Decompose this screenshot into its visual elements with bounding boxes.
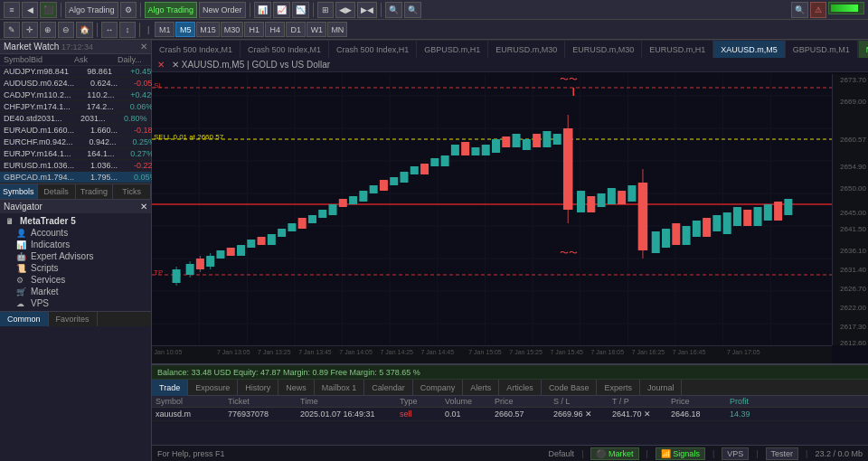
chart-close-btn[interactable]: ✕	[157, 60, 165, 70]
svg-rect-87	[672, 223, 680, 245]
navigator-close-icon[interactable]: ✕	[140, 202, 147, 212]
bottom-tab-news[interactable]: News	[278, 380, 315, 396]
draw-button[interactable]: ✎	[4, 22, 20, 38]
tf-h4[interactable]: H4	[265, 22, 285, 37]
tf-w1[interactable]: W1	[307, 22, 326, 37]
settings-button[interactable]: ⚙	[120, 2, 137, 18]
trade-sl: 2669.96 ✕	[553, 409, 612, 419]
grid-button[interactable]: ⊞	[317, 2, 334, 18]
menu-button[interactable]: ≡	[4, 2, 20, 18]
home-button[interactable]: 🏠	[76, 22, 93, 38]
algo-trading-button[interactable]: Algo Trading	[145, 2, 198, 18]
svg-rect-63	[441, 155, 449, 166]
chart-tab[interactable]: XAUUSD.m,M5	[713, 41, 786, 59]
svg-rect-45	[258, 237, 266, 245]
nav-tree-item[interactable]: 📜 Scripts	[0, 262, 151, 274]
vps-btn[interactable]: VPS	[722, 447, 749, 460]
svg-rect-92	[723, 212, 731, 234]
chart-tab[interactable]: Market	[858, 41, 868, 59]
bottom-tab-calendar[interactable]: Calendar	[364, 380, 413, 396]
tab-symbols[interactable]: Symbols	[0, 184, 38, 199]
nav-tree-item[interactable]: 🖥 MetaTrader 5	[0, 215, 151, 227]
chart-tab[interactable]: Crash 500 Index,M1	[241, 41, 329, 59]
nav-tree-item[interactable]: ☁ VPS	[0, 297, 151, 309]
nav-tree-item[interactable]: 🛒 Market	[0, 286, 151, 297]
tf-m15[interactable]: M15	[196, 22, 220, 37]
nav-tree-item[interactable]: 👤 Accounts	[0, 227, 151, 239]
search-button[interactable]: 🔍	[791, 2, 808, 18]
bottom-tab-trade[interactable]: Trade	[152, 380, 188, 396]
tf-m1[interactable]: M1	[155, 22, 175, 37]
market-watch-row[interactable]: EURAUD.m 1.660... 1.660... -0.18%	[0, 125, 151, 136]
zoom-out-button[interactable]: 🔍	[404, 2, 421, 18]
tab-trading[interactable]: Trading	[76, 184, 114, 199]
tf-m30[interactable]: M30	[221, 22, 244, 37]
tf-d1[interactable]: D1	[286, 22, 306, 37]
chart-tab[interactable]: EURUSD.m,M30	[565, 41, 642, 59]
chart-tab[interactable]: GBPUSD.m,H1	[417, 41, 488, 59]
chart-tab[interactable]: EURUSD.m,M30	[488, 41, 565, 59]
new-order-button[interactable]: New Order	[199, 2, 246, 18]
market-watch-row[interactable]: EURJPY.m 164.1... 164.1... 0.27%	[0, 148, 151, 160]
bottom-tab-codebase[interactable]: Code Base	[542, 380, 598, 396]
nav-tab-common[interactable]: Common	[0, 312, 49, 326]
tf-m5[interactable]: M5	[175, 22, 195, 37]
chart-tab[interactable]: Crash 500 Index,H1	[329, 41, 417, 59]
time-label: 7 Jan 15:45	[550, 349, 583, 355]
market-watch-row[interactable]: AUDUSD.m 0.624... 0.624... -0.05%	[0, 78, 151, 89]
signals-btn[interactable]: 📶 Signals	[656, 447, 705, 460]
nav-tree-item[interactable]: 📊 Indicators	[0, 239, 151, 250]
nav-tab-favorites[interactable]: Favorites	[49, 312, 98, 326]
bottom-tab-journal[interactable]: Journal	[640, 380, 683, 396]
nav-item-icon: 🛒	[16, 287, 27, 296]
market-watch-row[interactable]: CHFJPY.m 174.1... 174.2... 0.06%	[0, 101, 151, 113]
market-watch-row[interactable]: DE40.std 2031... 2031... 0.80%	[0, 113, 151, 125]
horiz-scroll[interactable]: ↔	[101, 22, 118, 38]
balance-bar: Balance: 33.48 USD Equity: 47.87 Margin:…	[152, 365, 868, 380]
tester-btn[interactable]: Tester	[766, 447, 799, 460]
back-button[interactable]: ◀	[22, 2, 38, 18]
mw-close-icon[interactable]: ✕	[140, 42, 147, 52]
market-watch-row[interactable]: EURUSD.m 1.036... 1.036... -0.22%	[0, 160, 151, 172]
bottom-tab-alerts[interactable]: Alerts	[463, 380, 499, 396]
status-sep4: |	[756, 449, 758, 458]
bottom-tab-history[interactable]: History	[238, 380, 278, 396]
zoom-out2-button[interactable]: ⊖	[58, 22, 74, 38]
status-bar: For Help, press F1 Default | ⚫ Market | …	[152, 445, 868, 461]
chart-tab[interactable]: GBPUSD.m,M1	[786, 41, 858, 59]
separator-label: |	[144, 25, 153, 34]
chart-tab[interactable]: Crash 500 Index,M1	[152, 41, 241, 59]
bottom-tab-articles[interactable]: Articles	[499, 380, 542, 396]
bottom-tab-mailbox1[interactable]: Mailbox 1	[315, 380, 365, 396]
tf-mn[interactable]: MN	[327, 22, 347, 37]
main-toolbar: ≡ ◀ ⬛ Algo Trading ⚙ Algo Trading New Or…	[0, 0, 868, 20]
zoom-in-button[interactable]: 🔍	[385, 2, 402, 18]
market-btn[interactable]: ⚫ Market	[590, 447, 638, 460]
vert-scroll[interactable]: ↕	[119, 22, 136, 38]
alert-button[interactable]: ⚠	[810, 2, 826, 18]
crosshair-button[interactable]: ✛	[22, 22, 38, 38]
bottom-tab-experts[interactable]: Experts	[597, 380, 640, 396]
line-chart-icon[interactable]: 📈	[273, 2, 290, 18]
bottom-tab-company[interactable]: Company	[413, 380, 464, 396]
market-watch-row[interactable]: EURCHF.m 0.942... 0.942... 0.25%	[0, 136, 151, 148]
nav-tree-item[interactable]: 🤖 Expert Advisors	[0, 250, 151, 262]
tab-details[interactable]: Details	[38, 184, 76, 199]
market-watch-row[interactable]: CADJPY.m 110.2... 110.2... +0.42%	[0, 89, 151, 101]
market-watch-row[interactable]: AUDJPY.m 98.841 98.861 +0.45%	[0, 66, 151, 78]
collapse-button[interactable]: ▶◀	[357, 2, 377, 18]
col-tp: T / P	[612, 397, 671, 406]
tab-ticks[interactable]: Ticks	[113, 184, 151, 199]
nav-tree-item[interactable]: ⚙ Services	[0, 274, 151, 286]
chart-tab[interactable]: EURUSD.m,H1	[642, 41, 713, 59]
tf-h1[interactable]: H1	[244, 22, 264, 37]
bar-chart-icon[interactable]: 📊	[254, 2, 271, 18]
chart-main[interactable]: ✕ ✕ XAUUSD.m,M5 | GOLD vs US Dollar	[152, 58, 868, 363]
zoom-in2-button[interactable]: ⊕	[40, 22, 56, 38]
candle-chart-icon[interactable]: 📉	[292, 2, 309, 18]
expand-button[interactable]: ◀▶	[335, 2, 355, 18]
ide-button[interactable]: Algo Trading	[65, 2, 118, 18]
market-watch-row[interactable]: GBPCAD.m 1.794... 1.795... 0.05%	[0, 172, 151, 183]
bottom-tab-exposure[interactable]: Exposure	[188, 380, 238, 396]
stop-button[interactable]: ⬛	[40, 2, 57, 18]
